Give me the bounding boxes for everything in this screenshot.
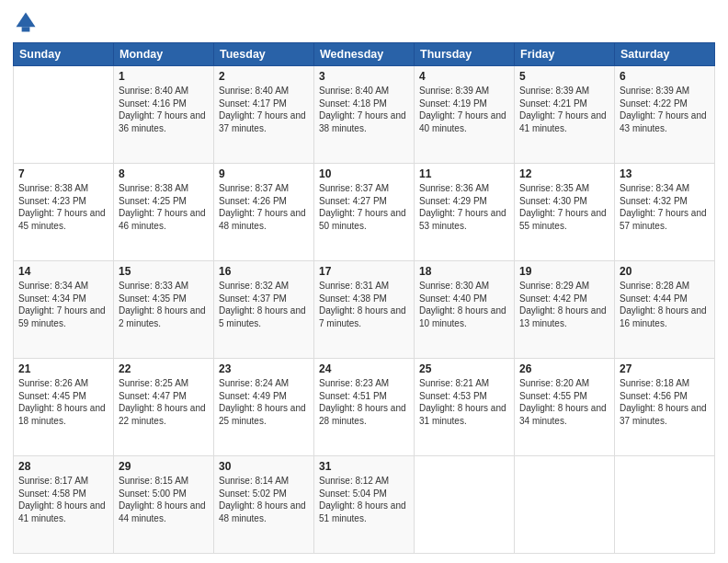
- day-number: 15: [119, 265, 209, 278]
- day-number: 19: [519, 265, 609, 278]
- day-cell: 24Sunrise: 8:23 AMSunset: 4:51 PMDayligh…: [314, 359, 415, 456]
- day-cell: [415, 456, 515, 554]
- day-cell: 21Sunrise: 8:26 AMSunset: 4:45 PMDayligh…: [14, 359, 114, 456]
- day-cell: 30Sunrise: 8:14 AMSunset: 5:02 PMDayligh…: [214, 456, 314, 554]
- day-cell: 11Sunrise: 8:36 AMSunset: 4:29 PMDayligh…: [415, 164, 515, 261]
- header: [13, 9, 715, 35]
- cell-text: Sunrise: 8:34 AMSunset: 4:34 PMDaylight:…: [18, 280, 108, 329]
- cell-text: Sunrise: 8:40 AMSunset: 4:18 PMDaylight:…: [319, 85, 409, 134]
- day-cell: 5Sunrise: 8:39 AMSunset: 4:21 PMDaylight…: [515, 66, 615, 164]
- svg-marker-0: [17, 13, 36, 28]
- day-cell: 22Sunrise: 8:25 AMSunset: 4:47 PMDayligh…: [114, 359, 214, 456]
- day-cell: 9Sunrise: 8:37 AMSunset: 4:26 PMDaylight…: [214, 164, 314, 261]
- day-cell: 18Sunrise: 8:30 AMSunset: 4:40 PMDayligh…: [415, 261, 515, 359]
- cell-text: Sunrise: 8:38 AMSunset: 4:23 PMDaylight:…: [18, 182, 108, 232]
- cell-text: Sunrise: 8:37 AMSunset: 4:26 PMDaylight:…: [219, 182, 309, 232]
- cell-text: Sunrise: 8:37 AMSunset: 4:27 PMDaylight:…: [319, 182, 409, 232]
- day-cell: 25Sunrise: 8:21 AMSunset: 4:53 PMDayligh…: [415, 359, 515, 456]
- cell-text: Sunrise: 8:17 AMSunset: 4:58 PMDaylight:…: [18, 475, 108, 524]
- day-number: 7: [18, 167, 108, 180]
- col-header-thursday: Thursday: [415, 43, 515, 66]
- day-number: 13: [620, 167, 710, 180]
- day-number: 9: [219, 167, 309, 180]
- cell-text: Sunrise: 8:18 AMSunset: 4:56 PMDaylight:…: [620, 377, 710, 427]
- day-cell: 13Sunrise: 8:34 AMSunset: 4:32 PMDayligh…: [615, 164, 715, 261]
- col-header-wednesday: Wednesday: [314, 43, 415, 66]
- cell-text: Sunrise: 8:28 AMSunset: 4:44 PMDaylight:…: [620, 280, 710, 329]
- week-row-1: 1Sunrise: 8:40 AMSunset: 4:16 PMDaylight…: [14, 66, 715, 164]
- day-cell: 26Sunrise: 8:20 AMSunset: 4:55 PMDayligh…: [515, 359, 615, 456]
- day-number: 18: [419, 265, 509, 278]
- day-number: 25: [419, 362, 509, 375]
- day-number: 28: [18, 460, 108, 473]
- cell-text: Sunrise: 8:31 AMSunset: 4:38 PMDaylight:…: [319, 280, 409, 329]
- day-number: 8: [119, 167, 209, 180]
- day-cell: 14Sunrise: 8:34 AMSunset: 4:34 PMDayligh…: [14, 261, 114, 359]
- day-number: 5: [519, 70, 609, 83]
- day-number: 10: [319, 167, 409, 180]
- cell-text: Sunrise: 8:34 AMSunset: 4:32 PMDaylight:…: [620, 182, 710, 232]
- cell-text: Sunrise: 8:23 AMSunset: 4:51 PMDaylight:…: [319, 377, 409, 427]
- day-cell: 6Sunrise: 8:39 AMSunset: 4:22 PMDaylight…: [615, 66, 715, 164]
- day-cell: 1Sunrise: 8:40 AMSunset: 4:16 PMDaylight…: [114, 66, 214, 164]
- cell-text: Sunrise: 8:12 AMSunset: 5:04 PMDaylight:…: [319, 475, 409, 524]
- day-cell: 29Sunrise: 8:15 AMSunset: 5:00 PMDayligh…: [114, 456, 214, 554]
- day-cell: 8Sunrise: 8:38 AMSunset: 4:25 PMDaylight…: [114, 164, 214, 261]
- cell-text: Sunrise: 8:14 AMSunset: 5:02 PMDaylight:…: [219, 475, 309, 524]
- day-cell: 3Sunrise: 8:40 AMSunset: 4:18 PMDaylight…: [314, 66, 415, 164]
- cell-text: Sunrise: 8:35 AMSunset: 4:30 PMDaylight:…: [519, 182, 609, 232]
- cell-text: Sunrise: 8:26 AMSunset: 4:45 PMDaylight:…: [18, 377, 108, 427]
- day-number: 29: [119, 460, 209, 473]
- cell-text: Sunrise: 8:40 AMSunset: 4:17 PMDaylight:…: [219, 85, 309, 134]
- day-number: 23: [219, 362, 309, 375]
- logo: [13, 9, 42, 35]
- col-header-friday: Friday: [515, 43, 615, 66]
- day-cell: 10Sunrise: 8:37 AMSunset: 4:27 PMDayligh…: [314, 164, 415, 261]
- cell-text: Sunrise: 8:25 AMSunset: 4:47 PMDaylight:…: [119, 377, 209, 427]
- cell-text: Sunrise: 8:33 AMSunset: 4:35 PMDaylight:…: [119, 280, 209, 329]
- cell-text: Sunrise: 8:29 AMSunset: 4:42 PMDaylight:…: [519, 280, 609, 329]
- logo-icon: [13, 9, 39, 35]
- day-number: 12: [519, 167, 609, 180]
- day-number: 11: [419, 167, 509, 180]
- week-row-5: 28Sunrise: 8:17 AMSunset: 4:58 PMDayligh…: [14, 456, 715, 554]
- header-row: SundayMondayTuesdayWednesdayThursdayFrid…: [14, 43, 715, 66]
- week-row-2: 7Sunrise: 8:38 AMSunset: 4:23 PMDaylight…: [14, 164, 715, 261]
- day-number: 26: [519, 362, 609, 375]
- cell-text: Sunrise: 8:20 AMSunset: 4:55 PMDaylight:…: [519, 377, 609, 427]
- calendar-table: SundayMondayTuesdayWednesdayThursdayFrid…: [13, 42, 715, 554]
- cell-text: Sunrise: 8:40 AMSunset: 4:16 PMDaylight:…: [119, 85, 209, 134]
- page: SundayMondayTuesdayWednesdayThursdayFrid…: [0, 0, 728, 563]
- cell-text: Sunrise: 8:39 AMSunset: 4:19 PMDaylight:…: [419, 85, 509, 134]
- day-number: 1: [119, 70, 209, 83]
- day-number: 3: [319, 70, 409, 83]
- cell-text: Sunrise: 8:39 AMSunset: 4:22 PMDaylight:…: [620, 85, 710, 134]
- day-number: 31: [319, 460, 409, 473]
- day-number: 20: [620, 265, 710, 278]
- cell-text: Sunrise: 8:39 AMSunset: 4:21 PMDaylight:…: [519, 85, 609, 134]
- day-number: 27: [620, 362, 710, 375]
- day-number: 17: [319, 265, 409, 278]
- day-number: 16: [219, 265, 309, 278]
- cell-text: Sunrise: 8:38 AMSunset: 4:25 PMDaylight:…: [119, 182, 209, 232]
- col-header-tuesday: Tuesday: [214, 43, 314, 66]
- cell-text: Sunrise: 8:21 AMSunset: 4:53 PMDaylight:…: [419, 377, 509, 427]
- day-cell: 23Sunrise: 8:24 AMSunset: 4:49 PMDayligh…: [214, 359, 314, 456]
- day-cell: 19Sunrise: 8:29 AMSunset: 4:42 PMDayligh…: [515, 261, 615, 359]
- day-cell: [14, 66, 114, 164]
- day-number: 21: [18, 362, 108, 375]
- day-cell: 16Sunrise: 8:32 AMSunset: 4:37 PMDayligh…: [214, 261, 314, 359]
- col-header-sunday: Sunday: [14, 43, 114, 66]
- day-number: 30: [219, 460, 309, 473]
- cell-text: Sunrise: 8:24 AMSunset: 4:49 PMDaylight:…: [219, 377, 309, 427]
- col-header-monday: Monday: [114, 43, 214, 66]
- day-number: 2: [219, 70, 309, 83]
- cell-text: Sunrise: 8:32 AMSunset: 4:37 PMDaylight:…: [219, 280, 309, 329]
- cell-text: Sunrise: 8:15 AMSunset: 5:00 PMDaylight:…: [119, 475, 209, 524]
- day-cell: [615, 456, 715, 554]
- cell-text: Sunrise: 8:30 AMSunset: 4:40 PMDaylight:…: [419, 280, 509, 329]
- day-cell: 7Sunrise: 8:38 AMSunset: 4:23 PMDaylight…: [14, 164, 114, 261]
- week-row-3: 14Sunrise: 8:34 AMSunset: 4:34 PMDayligh…: [14, 261, 715, 359]
- day-cell: 17Sunrise: 8:31 AMSunset: 4:38 PMDayligh…: [314, 261, 415, 359]
- col-header-saturday: Saturday: [615, 43, 715, 66]
